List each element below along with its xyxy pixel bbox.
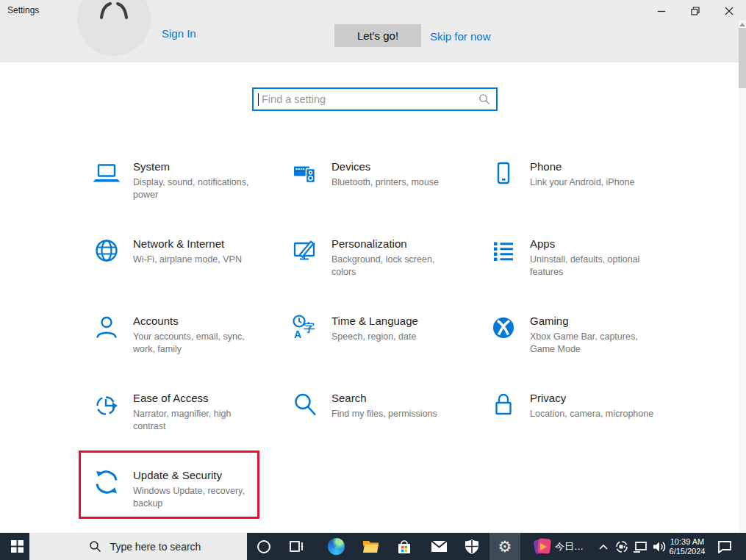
tile-subtitle: Speech, region, date bbox=[331, 331, 418, 343]
volume-tray-button[interactable] bbox=[650, 533, 669, 560]
today-widget-label[interactable]: 今日… bbox=[555, 533, 593, 560]
tile-subtitle: Uninstall, defaults, optional features bbox=[530, 254, 659, 279]
tile-system[interactable]: System Display, sound, notifications, po… bbox=[79, 150, 277, 227]
network-tray-icon bbox=[633, 540, 648, 553]
tray-overflow-button[interactable] bbox=[596, 533, 611, 560]
meet-now-icon bbox=[615, 540, 628, 553]
personalization-icon bbox=[290, 236, 320, 265]
window-controls bbox=[645, 0, 746, 22]
tile-privacy[interactable]: Privacy Location, camera, microphone bbox=[476, 381, 674, 459]
tile-title: Devices bbox=[331, 160, 439, 173]
close-icon bbox=[725, 7, 734, 15]
task-view-button[interactable] bbox=[287, 533, 307, 560]
action-center-icon bbox=[717, 540, 732, 553]
taskbar: Type here to search bbox=[0, 533, 746, 560]
restore-button[interactable] bbox=[678, 0, 712, 22]
window-title: Settings bbox=[7, 5, 39, 15]
tile-ease-of-access[interactable]: Ease of Access Narrator, magnifier, high… bbox=[79, 381, 277, 459]
tile-time-language[interactable]: 字 A Time & Language Speech, region, date bbox=[277, 304, 476, 381]
privacy-lock-icon bbox=[489, 390, 518, 420]
network-tray-button[interactable] bbox=[631, 533, 650, 560]
system-icon bbox=[92, 159, 121, 188]
tile-title: Network & Internet bbox=[133, 237, 242, 250]
tile-search[interactable]: Search Find my files, permissions bbox=[277, 381, 476, 459]
tile-title: Ease of Access bbox=[133, 392, 262, 404]
scrollbar-up-arrow-icon[interactable] bbox=[739, 23, 745, 26]
tile-title: Search bbox=[331, 392, 437, 404]
tile-subtitle: Background, lock screen, colors bbox=[331, 254, 461, 279]
tile-personalization[interactable]: Personalization Background, lock screen,… bbox=[277, 227, 476, 304]
taskbar-search-box[interactable]: Type here to search bbox=[29, 533, 247, 560]
scrollbar-thumb[interactable] bbox=[739, 28, 746, 88]
tile-apps[interactable]: Apps Uninstall, defaults, optional featu… bbox=[476, 227, 674, 304]
edge-button[interactable] bbox=[326, 533, 346, 560]
devices-icon bbox=[290, 159, 320, 188]
tile-accounts[interactable]: Accounts Your accounts, email, sync, wor… bbox=[79, 304, 277, 381]
news-widgets-icon bbox=[534, 538, 552, 556]
tile-title: Privacy bbox=[530, 392, 653, 404]
tile-subtitle: Link your Android, iPhone bbox=[530, 176, 634, 189]
cortana-button[interactable] bbox=[254, 533, 274, 560]
sign-in-link[interactable]: Sign In bbox=[162, 27, 196, 40]
skip-for-now-link[interactable]: Skip for now bbox=[430, 30, 491, 43]
accounts-person-icon bbox=[92, 313, 121, 342]
tile-subtitle: Wi-Fi, airplane mode, VPN bbox=[133, 254, 242, 266]
news-widgets-button[interactable] bbox=[532, 533, 554, 560]
clock-date: 6/15/2024 bbox=[670, 547, 706, 556]
tile-title: Phone bbox=[530, 160, 634, 173]
tile-update-security[interactable]: Update & Security Windows Update, recove… bbox=[79, 459, 277, 536]
tile-subtitle: Find my files, permissions bbox=[331, 408, 437, 420]
chevron-up-icon bbox=[599, 544, 608, 550]
tile-title: Personalization bbox=[331, 237, 461, 250]
svg-text:字: 字 bbox=[304, 321, 315, 334]
search-category-icon bbox=[290, 390, 320, 420]
lets-go-button[interactable]: Let's go! bbox=[334, 24, 421, 47]
tile-title: System bbox=[133, 160, 262, 173]
taskbar-search-placeholder: Type here to search bbox=[110, 541, 201, 553]
find-setting-input[interactable] bbox=[260, 93, 478, 106]
minimize-button[interactable] bbox=[645, 0, 678, 22]
restore-icon bbox=[691, 7, 700, 15]
avatar-face-icon bbox=[77, 0, 151, 56]
settings-window: Settings Sign In Let's go! Skip for now bbox=[0, 0, 746, 560]
search-icon bbox=[478, 93, 490, 105]
tile-gaming[interactable]: Gaming Xbox Game Bar, captures, Game Mod… bbox=[476, 304, 674, 381]
meet-now-button[interactable] bbox=[613, 533, 631, 560]
clock-time: 10:39 AM bbox=[670, 537, 704, 547]
tile-title: Apps bbox=[530, 237, 659, 250]
cortana-icon bbox=[257, 539, 271, 554]
tile-phone[interactable]: Phone Link your Android, iPhone bbox=[476, 150, 674, 227]
microsoft-store-icon bbox=[396, 539, 412, 555]
avatar bbox=[77, 0, 151, 56]
mail-button[interactable] bbox=[428, 533, 450, 560]
phone-icon bbox=[489, 159, 518, 188]
taskbar-clock[interactable]: 10:39 AM 6/15/2024 bbox=[667, 533, 707, 560]
windows-security-button[interactable] bbox=[462, 533, 482, 560]
minimize-icon bbox=[657, 7, 666, 15]
svg-text:A: A bbox=[294, 329, 301, 340]
update-security-sync-icon bbox=[92, 467, 121, 497]
task-view-icon bbox=[289, 539, 305, 554]
tile-subtitle: Bluetooth, printers, mouse bbox=[331, 176, 439, 189]
microsoft-store-button[interactable] bbox=[394, 533, 415, 560]
mail-icon bbox=[431, 540, 448, 553]
start-button[interactable] bbox=[4, 533, 29, 560]
network-globe-icon bbox=[92, 236, 121, 265]
tile-title: Time & Language bbox=[331, 315, 418, 327]
scrollbar[interactable] bbox=[739, 21, 746, 533]
settings-gear-icon: ⚙ bbox=[498, 539, 512, 554]
tile-subtitle: Location, camera, microphone bbox=[530, 408, 653, 420]
tile-devices[interactable]: Devices Bluetooth, printers, mouse bbox=[277, 150, 476, 227]
time-language-icon: 字 A bbox=[290, 313, 320, 342]
tile-subtitle: Windows Update, recovery, backup bbox=[133, 485, 262, 511]
tile-network-internet[interactable]: Network & Internet Wi-Fi, airplane mode,… bbox=[79, 227, 277, 304]
settings-taskbar-button[interactable]: ⚙ bbox=[489, 533, 520, 560]
tile-title: Gaming bbox=[530, 315, 659, 327]
tile-subtitle: Your accounts, email, sync, work, family bbox=[133, 331, 262, 356]
taskbar-search-icon bbox=[89, 540, 101, 553]
edge-icon bbox=[328, 538, 345, 555]
action-center-button[interactable] bbox=[713, 533, 736, 560]
tile-subtitle: Xbox Game Bar, captures, Game Mode bbox=[530, 331, 659, 356]
file-explorer-button[interactable] bbox=[360, 533, 381, 560]
close-button[interactable] bbox=[712, 0, 746, 22]
